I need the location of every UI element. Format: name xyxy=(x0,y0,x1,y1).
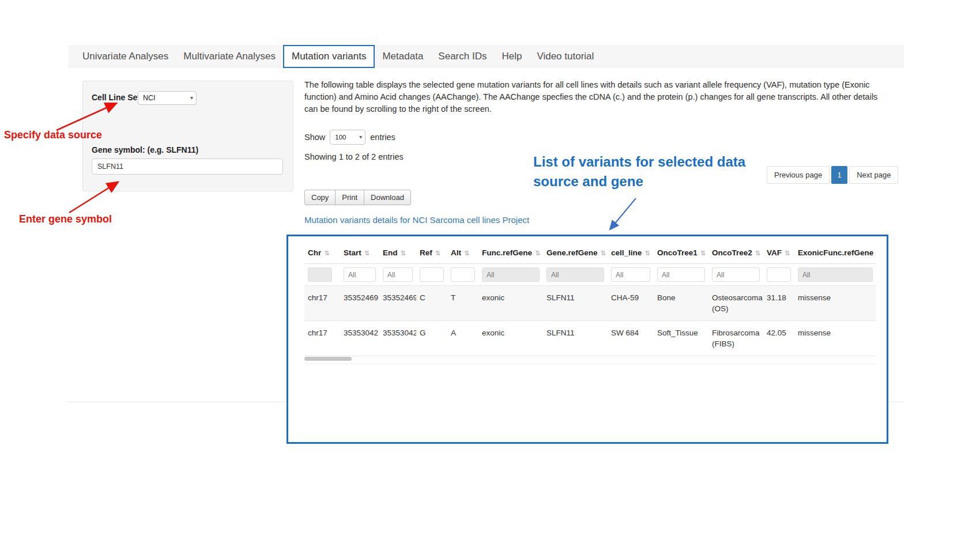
column-header-oncotree2[interactable]: OncoTree2⇅ xyxy=(708,242,763,264)
sort-icon: ⇅ xyxy=(644,250,650,256)
gene-symbol-input[interactable] xyxy=(92,158,283,175)
column-header-exonicfunc-refgene[interactable]: ExonicFunc.refGene⇅ xyxy=(794,242,876,264)
column-label: End xyxy=(383,248,398,257)
column-label: Alt xyxy=(451,248,461,257)
cell-vaf: 31.18 xyxy=(763,286,794,321)
table-info: Showing 1 to 2 of 2 entries xyxy=(304,152,404,161)
filter-input-alt[interactable] xyxy=(451,267,475,282)
sort-icon: ⇅ xyxy=(601,250,606,256)
column-header-end[interactable]: End⇅ xyxy=(379,242,416,264)
column-label: OncoTree2 xyxy=(712,248,752,257)
column-header-oncotree1[interactable]: OncoTree1⇅ xyxy=(654,242,708,264)
cell-oncotree1: Soft_Tissue xyxy=(654,321,708,356)
column-header-cell-line[interactable]: cell_line⇅ xyxy=(608,242,654,264)
current-page-button[interactable]: 1 xyxy=(831,166,847,184)
entries-label: entries xyxy=(370,133,395,142)
filter-input-oncotree1[interactable] xyxy=(657,267,705,282)
column-label: VAF xyxy=(767,248,782,257)
sort-icon: ⇅ xyxy=(785,250,790,256)
tab-search-ids[interactable]: Search IDs xyxy=(431,45,494,68)
tab-help[interactable]: Help xyxy=(494,45,529,68)
next-page-button[interactable]: Next page xyxy=(849,166,898,184)
column-header-chr[interactable]: Chr⇅ xyxy=(304,242,340,264)
control-panel: Cell Line Set NCI Gene symbol: (e.g. SLF… xyxy=(82,81,293,191)
gene-symbol-label: Gene symbol: (e.g. SLFN11) xyxy=(92,145,198,154)
cell-end: 35352469 xyxy=(379,286,416,321)
filter-row xyxy=(304,264,876,286)
copy-button[interactable]: Copy xyxy=(304,190,336,205)
column-header-alt[interactable]: Alt⇅ xyxy=(447,242,478,264)
tab-multivariate-analyses[interactable]: Multivariate Analyses xyxy=(176,45,283,68)
table-title-link: Mutation variants details for NCI Sarcom… xyxy=(304,215,529,225)
cell-oncotree1: Bone xyxy=(654,286,708,321)
variants-table: Chr⇅ Start⇅ End⇅ Ref⇅ Alt⇅ Func.refGene⇅… xyxy=(304,242,876,356)
column-header-ref[interactable]: Ref⇅ xyxy=(416,242,447,264)
cell-start: 35353042 xyxy=(340,321,379,356)
filter-input-vaf[interactable] xyxy=(767,267,791,282)
filter-input-func-refgene[interactable] xyxy=(482,267,540,282)
column-label: ExonicFunc.refGene xyxy=(798,248,873,257)
export-button-group: Copy Print Download xyxy=(304,190,411,205)
sort-icon: ⇅ xyxy=(464,250,469,256)
filter-input-chr[interactable] xyxy=(308,267,332,282)
column-label: Gene.refGene xyxy=(546,248,598,257)
filter-input-oncotree2[interactable] xyxy=(712,267,760,282)
arrow-list-of-variants xyxy=(610,198,636,229)
column-header-gene-refgene[interactable]: Gene.refGene⇅ xyxy=(543,242,608,264)
download-button[interactable]: Download xyxy=(364,190,411,205)
column-label: OncoTree1 xyxy=(657,248,698,257)
column-label: Chr xyxy=(308,248,321,257)
cell-cell-line: CHA-59 xyxy=(608,286,654,321)
cell-func-refgene: exonic xyxy=(478,321,543,356)
sort-icon: ⇅ xyxy=(535,250,540,256)
column-header-vaf[interactable]: VAF⇅ xyxy=(763,242,794,264)
page-length-select-wrap: 100 xyxy=(330,130,365,145)
cell-gene-refgene: SLFN11 xyxy=(543,321,608,356)
table-row: chr17 35352469 35352469 C T exonic SLFN1… xyxy=(304,286,876,321)
horizontal-scrollbar[interactable] xyxy=(304,355,876,364)
column-header-start[interactable]: Start⇅ xyxy=(340,242,379,264)
page-length-control: Show 100 entries xyxy=(304,130,395,145)
filter-input-start[interactable] xyxy=(344,267,376,282)
header-row: Chr⇅ Start⇅ End⇅ Ref⇅ Alt⇅ Func.refGene⇅… xyxy=(304,242,876,264)
tab-metadata[interactable]: Metadata xyxy=(375,45,431,68)
print-button[interactable]: Print xyxy=(335,190,364,205)
top-navbar: Univariate Analyses Multivariate Analyse… xyxy=(68,45,904,68)
tab-mutation-variants[interactable]: Mutation variants xyxy=(283,45,375,68)
cell-line-set-select-wrap: NCI xyxy=(138,91,197,105)
annotation-specify-data-source: Specify data source xyxy=(4,129,102,141)
tab-video-tutorial[interactable]: Video tutorial xyxy=(529,45,601,68)
previous-page-button[interactable]: Previous page xyxy=(767,166,830,184)
cell-alt: T xyxy=(447,286,478,321)
pagination: Previous page 1 Next page xyxy=(767,166,898,184)
filter-input-exonicfunc-refgene[interactable] xyxy=(798,267,873,282)
column-label: Ref xyxy=(420,248,432,257)
cell-line-set-select[interactable]: NCI xyxy=(138,91,197,105)
cell-exonicfunc-refgene: missense xyxy=(794,286,876,321)
variants-table-box: Chr⇅ Start⇅ End⇅ Ref⇅ Alt⇅ Func.refGene⇅… xyxy=(287,235,888,444)
sort-icon: ⇅ xyxy=(364,250,370,256)
show-label: Show xyxy=(304,133,325,142)
cell-alt: A xyxy=(447,321,478,356)
filter-input-end[interactable] xyxy=(383,267,413,282)
filter-input-gene-refgene[interactable] xyxy=(546,267,604,282)
column-header-func-refgene[interactable]: Func.refGene⇅ xyxy=(478,242,543,264)
cell-func-refgene: exonic xyxy=(478,286,543,321)
filter-input-cell-line[interactable] xyxy=(611,267,650,282)
page-length-select[interactable]: 100 xyxy=(330,130,365,145)
cell-cell-line: SW 684 xyxy=(608,321,654,356)
sort-icon: ⇅ xyxy=(401,250,406,256)
sort-icon: ⇅ xyxy=(700,250,706,256)
tab-univariate-analyses[interactable]: Univariate Analyses xyxy=(75,45,176,68)
scrollbar-thumb[interactable] xyxy=(304,357,352,361)
column-label: Func.refGene xyxy=(482,248,532,257)
cell-vaf: 42.05 xyxy=(763,321,794,356)
cell-chr: chr17 xyxy=(304,286,340,321)
sort-icon: ⇅ xyxy=(324,250,329,256)
column-label: cell_line xyxy=(611,248,642,257)
cell-start: 35352469 xyxy=(340,286,379,321)
cell-exonicfunc-refgene: missense xyxy=(794,321,876,356)
filter-input-ref[interactable] xyxy=(420,267,444,282)
annotation-enter-gene-symbol: Enter gene symbol xyxy=(19,213,112,225)
sort-icon: ⇅ xyxy=(435,250,440,256)
